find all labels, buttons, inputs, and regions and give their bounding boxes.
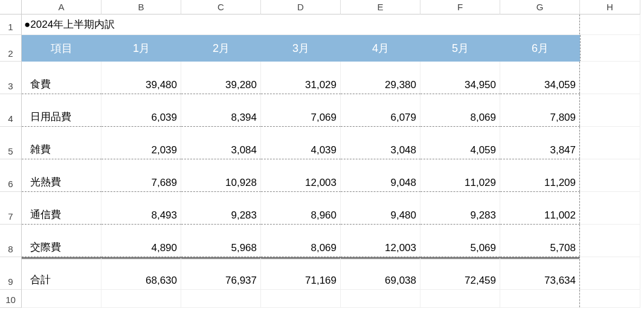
row-header-3[interactable]: 3: [0, 62, 22, 94]
cell-F1[interactable]: [420, 14, 500, 35]
cell-H5[interactable]: [580, 127, 640, 159]
data-cell[interactable]: 12,003: [341, 225, 420, 257]
cell-D1[interactable]: [261, 14, 341, 35]
header-month-1[interactable]: 1月: [101, 35, 181, 62]
cell-B10[interactable]: [101, 290, 181, 308]
cell-H6[interactable]: [580, 159, 640, 192]
data-cell[interactable]: 39,480: [101, 62, 181, 94]
total-label[interactable]: 合計: [22, 257, 101, 290]
data-cell[interactable]: 7,809: [500, 94, 580, 127]
row-header-8[interactable]: 8: [0, 225, 22, 257]
data-cell[interactable]: 6,039: [101, 94, 181, 127]
cell-F10[interactable]: [420, 290, 500, 308]
data-cell[interactable]: 29,380: [341, 62, 420, 94]
data-cell[interactable]: 5,069: [420, 225, 500, 257]
row-header-4[interactable]: 4: [0, 94, 22, 127]
data-cell[interactable]: 6,079: [341, 94, 420, 127]
total-cell[interactable]: 69,038: [341, 257, 420, 290]
cell-H1[interactable]: [580, 14, 640, 35]
cell-H4[interactable]: [580, 94, 640, 127]
total-cell[interactable]: 73,634: [500, 257, 580, 290]
data-cell[interactable]: 9,283: [181, 192, 261, 225]
data-cell[interactable]: 11,209: [500, 159, 580, 192]
data-cell[interactable]: 11,029: [420, 159, 500, 192]
title-cell[interactable]: ●2024年上半期内訳: [22, 14, 181, 35]
cell-H8[interactable]: [580, 225, 640, 257]
total-cell[interactable]: 68,630: [101, 257, 181, 290]
data-cell[interactable]: 8,960: [261, 192, 341, 225]
data-cell[interactable]: 31,029: [261, 62, 341, 94]
data-cell[interactable]: 8,394: [181, 94, 261, 127]
cell-D10[interactable]: [261, 290, 341, 308]
data-cell[interactable]: 9,048: [341, 159, 420, 192]
col-header-E[interactable]: E: [341, 0, 420, 14]
row-header-9[interactable]: 9: [0, 257, 22, 290]
col-header-G[interactable]: G: [500, 0, 580, 14]
col-header-B[interactable]: B: [101, 0, 181, 14]
col-header-C[interactable]: C: [181, 0, 261, 14]
cell-E10[interactable]: [341, 290, 420, 308]
data-cell[interactable]: 5,968: [181, 225, 261, 257]
col-header-D[interactable]: D: [261, 0, 341, 14]
data-cell[interactable]: 7,689: [101, 159, 181, 192]
header-month-2[interactable]: 2月: [181, 35, 261, 62]
col-header-A[interactable]: A: [22, 0, 101, 14]
total-cell[interactable]: 71,169: [261, 257, 341, 290]
row-header-6[interactable]: 6: [0, 159, 22, 192]
data-cell[interactable]: 12,003: [261, 159, 341, 192]
row-label[interactable]: 通信費: [22, 192, 101, 225]
cell-C1[interactable]: [181, 14, 261, 35]
data-cell[interactable]: 4,039: [261, 127, 341, 159]
cell-H9[interactable]: [580, 257, 640, 290]
data-cell[interactable]: 8,493: [101, 192, 181, 225]
header-month-4[interactable]: 4月: [341, 35, 420, 62]
corner-cell[interactable]: [0, 0, 22, 14]
header-month-6[interactable]: 6月: [500, 35, 580, 62]
row-header-1[interactable]: 1: [0, 14, 22, 35]
cell-A10[interactable]: [22, 290, 101, 308]
cell-C10[interactable]: [181, 290, 261, 308]
data-cell[interactable]: 4,890: [101, 225, 181, 257]
cell-H7[interactable]: [580, 192, 640, 225]
data-cell[interactable]: 4,059: [420, 127, 500, 159]
data-cell[interactable]: 3,847: [500, 127, 580, 159]
data-cell[interactable]: 7,069: [261, 94, 341, 127]
data-cell[interactable]: 39,280: [181, 62, 261, 94]
data-cell[interactable]: 3,048: [341, 127, 420, 159]
data-cell[interactable]: 9,480: [341, 192, 420, 225]
row-label[interactable]: 交際費: [22, 225, 101, 257]
row-header-7[interactable]: 7: [0, 192, 22, 225]
cell-G1[interactable]: [500, 14, 580, 35]
row-label[interactable]: 光熱費: [22, 159, 101, 192]
row-label[interactable]: 日用品費: [22, 94, 101, 127]
header-item[interactable]: 項目: [22, 35, 101, 62]
total-cell[interactable]: 76,937: [181, 257, 261, 290]
data-cell[interactable]: 2,039: [101, 127, 181, 159]
data-cell[interactable]: 5,708: [500, 225, 580, 257]
total-cell[interactable]: 72,459: [420, 257, 500, 290]
data-cell[interactable]: 8,069: [261, 225, 341, 257]
data-cell[interactable]: 10,928: [181, 159, 261, 192]
data-cell[interactable]: 3,084: [181, 127, 261, 159]
row-header-2[interactable]: 2: [0, 35, 22, 62]
row-label[interactable]: 食費: [22, 62, 101, 94]
data-cell[interactable]: 34,950: [420, 62, 500, 94]
col-header-H[interactable]: H: [580, 0, 640, 14]
cell-H3[interactable]: [580, 62, 640, 94]
cell-H2[interactable]: [580, 35, 640, 62]
header-month-3[interactable]: 3月: [261, 35, 341, 62]
data-cell[interactable]: 8,069: [420, 94, 500, 127]
row-header-10[interactable]: 10: [0, 290, 22, 308]
row-label[interactable]: 雑費: [22, 127, 101, 159]
header-month-5[interactable]: 5月: [420, 35, 500, 62]
col-header-F[interactable]: F: [420, 0, 500, 14]
row-header-5[interactable]: 5: [0, 127, 22, 159]
cell-G10[interactable]: [500, 290, 580, 308]
data-cell[interactable]: 9,283: [420, 192, 500, 225]
spreadsheet-grid[interactable]: A B C D E F G H 1 ●2024年上半期内訳 2 項目 1月 2月…: [0, 0, 644, 308]
cell-H10[interactable]: [580, 290, 640, 308]
cell-E1[interactable]: [341, 14, 420, 35]
data-cell[interactable]: 34,059: [500, 62, 580, 94]
data-cell[interactable]: 11,002: [500, 192, 580, 225]
